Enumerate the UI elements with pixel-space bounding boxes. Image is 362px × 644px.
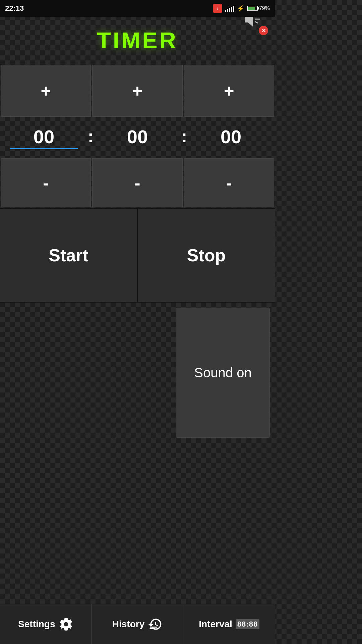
settings-label: Settings [18, 619, 55, 630]
hours-value: 00 [2, 126, 86, 148]
time-display-row: 00 : 00 : 00 [0, 117, 275, 158]
minus-buttons-row: - - - [0, 158, 275, 208]
start-button[interactable]: Start [0, 209, 138, 302]
nav-interval[interactable]: Interval 88:88 [183, 604, 275, 644]
plus-buttons-row: + + + [0, 64, 275, 117]
charging-icon: ⚡ [237, 5, 244, 12]
signal-bar-3 [229, 8, 230, 12]
history-clock-icon [148, 617, 163, 632]
signal-bars [225, 5, 234, 12]
nav-history[interactable]: History [92, 604, 184, 644]
status-bar: 22:13 ♪ ⚡ 79% [0, 0, 275, 17]
seconds-value: 00 [189, 126, 273, 148]
seconds-plus-button[interactable]: + [184, 65, 274, 117]
bottom-navigation: Settings History Interval 88:88 [0, 604, 275, 644]
minutes-value: 00 [95, 126, 180, 148]
status-time: 22:13 [5, 4, 24, 13]
app-title: TIMER [97, 27, 178, 53]
minutes-field: 00 [95, 126, 180, 149]
svg-rect-4 [150, 627, 157, 628]
signal-bar-5 [233, 6, 234, 12]
battery-percent: 79% [259, 5, 270, 11]
battery-icon [247, 6, 258, 11]
hours-plus-button[interactable]: + [1, 65, 91, 117]
signal-bar-4 [231, 7, 232, 12]
lower-area: Sound on [0, 302, 275, 443]
seconds-minus-button[interactable]: - [184, 158, 274, 207]
hours-field: 00 [2, 126, 86, 149]
music-app-icon: ♪ [213, 4, 222, 13]
action-buttons-row: Start Stop [0, 208, 275, 302]
history-label: History [112, 619, 144, 630]
colon-2: : [180, 126, 189, 146]
hours-minus-button[interactable]: - [1, 158, 91, 207]
sound-on-button[interactable]: Sound on [176, 308, 270, 438]
nav-settings[interactable]: Settings [0, 604, 92, 644]
main-content: TIMER ✕ + + + 00 [0, 17, 275, 644]
battery-container: 79% [247, 5, 270, 11]
timer-area: + + + 00 : 00 : 00 - - - [0, 64, 275, 644]
svg-line-3 [255, 21, 258, 23]
seconds-field: 00 [189, 126, 273, 149]
signal-bar-2 [227, 9, 228, 12]
svg-rect-5 [150, 628, 156, 629]
minutes-underline [104, 148, 171, 149]
stop-button[interactable]: Stop [138, 209, 275, 302]
minutes-minus-button[interactable]: - [92, 158, 182, 207]
signal-bar-1 [225, 10, 226, 12]
interval-label: Interval [199, 619, 232, 630]
minutes-plus-button[interactable]: + [92, 65, 182, 117]
seconds-underline [197, 148, 264, 149]
settings-gear-icon [59, 617, 73, 632]
close-badge[interactable]: ✕ [259, 26, 268, 35]
colon-1: : [86, 126, 95, 146]
app-header: TIMER ✕ [0, 17, 275, 64]
hours-underline [10, 148, 77, 149]
lower-left-area [0, 303, 171, 443]
battery-fill [248, 7, 255, 10]
interval-display-icon: 88:88 [236, 619, 259, 629]
status-icons: ♪ ⚡ 79% [213, 4, 270, 13]
